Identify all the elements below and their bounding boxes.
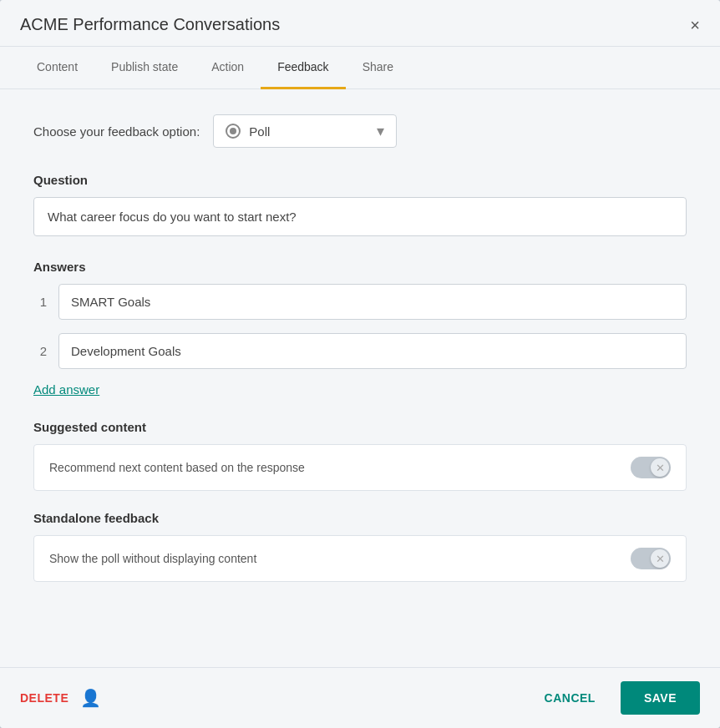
tab-feedback[interactable]: Feedback xyxy=(261,47,345,89)
dropdown-value: Poll xyxy=(249,124,368,139)
standalone-section: Standalone feedback Show the poll withou… xyxy=(33,511,687,582)
standalone-label: Standalone feedback xyxy=(33,511,687,525)
tab-share[interactable]: Share xyxy=(346,47,410,89)
save-button[interactable]: SAVE xyxy=(621,681,700,715)
standalone-toggle-text: Show the poll without displaying content xyxy=(49,552,256,565)
question-input[interactable] xyxy=(33,197,687,236)
answer-input-2[interactable] xyxy=(58,333,687,369)
modal: ACME Performance Conversations × Content… xyxy=(0,0,720,728)
standalone-toggle-track: ✕ xyxy=(631,548,671,569)
suggested-content-toggle-row: Recommend next content based on the resp… xyxy=(33,444,687,491)
standalone-toggle-thumb: ✕ xyxy=(651,549,669,568)
suggested-content-section: Suggested content Recommend next content… xyxy=(33,420,687,491)
modal-footer: DELETE 👤 CANCEL SAVE xyxy=(0,667,720,728)
toggle-track: ✕ xyxy=(631,457,671,478)
standalone-toggle-row: Show the poll without displaying content… xyxy=(33,535,687,582)
toggle-off-icon: ✕ xyxy=(656,463,665,473)
answer-number-1: 1 xyxy=(33,295,47,309)
suggested-content-toggle[interactable]: ✕ xyxy=(631,457,671,478)
tab-action[interactable]: Action xyxy=(195,47,261,89)
footer-left: DELETE 👤 xyxy=(20,688,101,708)
toggle-thumb: ✕ xyxy=(651,458,669,477)
feedback-option-label: Choose your feedback option: xyxy=(33,124,200,139)
tab-content[interactable]: Content xyxy=(20,47,94,89)
question-section: Question xyxy=(33,173,687,260)
radio-icon xyxy=(226,124,241,139)
standalone-toggle-off-icon: ✕ xyxy=(656,554,665,564)
footer-right: CANCEL SAVE xyxy=(530,681,700,715)
answers-label: Answers xyxy=(33,260,687,274)
suggested-content-label: Suggested content xyxy=(33,420,687,434)
tab-bar: Content Publish state Action Feedback Sh… xyxy=(0,47,720,89)
feedback-option-dropdown[interactable]: Poll ▾ xyxy=(213,114,397,148)
answer-input-1[interactable] xyxy=(58,284,687,320)
add-answer-button[interactable]: Add answer xyxy=(33,382,99,397)
cancel-button[interactable]: CANCEL xyxy=(530,683,611,713)
answer-number-2: 2 xyxy=(33,344,47,358)
modal-body: Choose your feedback option: Poll ▾ Ques… xyxy=(0,89,720,667)
feedback-option-row: Choose your feedback option: Poll ▾ xyxy=(33,114,687,148)
question-label: Question xyxy=(33,173,687,187)
standalone-toggle[interactable]: ✕ xyxy=(631,548,671,569)
answer-row-2: 2 xyxy=(33,333,687,369)
close-button[interactable]: × xyxy=(690,17,700,45)
delete-button[interactable]: DELETE xyxy=(20,691,68,705)
modal-header: ACME Performance Conversations × xyxy=(0,0,720,47)
answers-section: Answers 1 2 xyxy=(33,260,687,369)
suggested-content-toggle-text: Recommend next content based on the resp… xyxy=(49,461,305,474)
chevron-down-icon: ▾ xyxy=(377,122,384,140)
radio-dot xyxy=(230,128,236,134)
answer-row-1: 1 xyxy=(33,284,687,320)
tab-publish-state[interactable]: Publish state xyxy=(94,47,195,89)
modal-title: ACME Performance Conversations xyxy=(20,15,280,46)
person-icon: 👤 xyxy=(80,688,101,708)
